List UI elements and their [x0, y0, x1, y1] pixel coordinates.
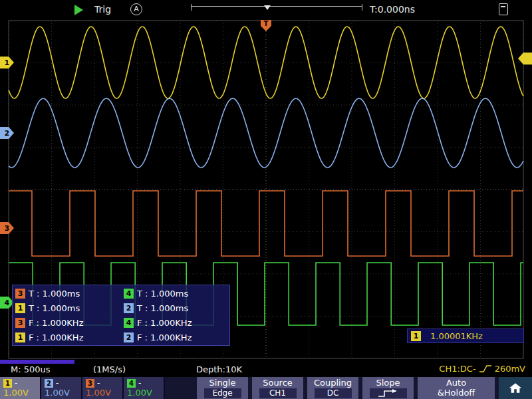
status-bar: M: 500us (1MS/s) Depth:10K CH1:DC- 260mV [0, 359, 532, 377]
trigger-time-readout: T:0.000ns [370, 4, 415, 15]
home-button[interactable] [499, 377, 532, 399]
channel-3-header: 3 - [86, 378, 119, 388]
rising-edge-icon [375, 389, 402, 398]
measurement-value: F : 1.000KHz [137, 318, 192, 328]
channel-marker-label: 4 [5, 299, 10, 307]
menu-button-source[interactable]: Source CH1 [252, 377, 303, 399]
channel-badge: 3 [15, 318, 25, 328]
measurement-cell: 3 T : 1.000ms [13, 289, 121, 299]
measurement-cell: 1 F : 1.000KHz [13, 332, 121, 342]
ruler-position-marker[interactable] [264, 5, 271, 10]
single-mode-value: Edge [204, 388, 241, 398]
measurement-cell: 4 F : 1.000KHz [121, 318, 229, 328]
channel-marker-label: 2 [5, 129, 10, 138]
trigger-level-value: 260mV [495, 364, 525, 374]
measurement-cell: 2 T : 1.000ms [121, 303, 229, 313]
channel-3-badge: 3 [86, 379, 94, 388]
measurement-row: 1 T : 1.000ms 2 T : 1.000ms [13, 301, 229, 315]
channel-1-volts: 1.00V [3, 388, 37, 398]
channel-3-cell[interactable]: 3 - 1.00V [82, 377, 124, 399]
channel-4-header: 4 - [127, 378, 160, 388]
sample-rate-readout: (1MS/s) [93, 364, 126, 374]
channel-badge: 3 [15, 289, 25, 299]
measurement-value: F : 1.000KHz [29, 332, 83, 342]
channel-2-cell[interactable]: 2 - 1.00V [41, 377, 82, 399]
measurement-value: F : 1.000KHz [137, 332, 192, 342]
menu-button-auto-holdoff[interactable]: Auto &Holdoff [418, 377, 495, 399]
measurement-value: T : 1.000ms [137, 289, 188, 299]
measurement-value: T : 1.000ms [137, 303, 188, 313]
channel-badge: 1 [411, 331, 421, 341]
trigger-position-ruler [191, 4, 362, 11]
source-value: CH1 [259, 388, 297, 398]
rising-edge-icon [479, 364, 492, 373]
menu-bar: 1 - 1.00V 2 - 1.00V 3 - 1.00V 4 - 1.00V [0, 377, 532, 399]
channel-4-coupling: - [138, 378, 141, 388]
trigger-status-readout: CH1:DC- 260mV [439, 364, 525, 374]
menu-button-coupling[interactable]: Coupling DC [307, 377, 358, 399]
coupling-value: DC [315, 388, 352, 398]
trigger-position-label: T [264, 20, 269, 27]
channel-2-badge: 2 [45, 379, 53, 388]
channel-2-header: 2 - [45, 378, 78, 388]
measurement-cell: 3 F : 1.000KHz [13, 318, 121, 328]
measurement-overlay: 3 T : 1.000ms 4 T : 1.000ms 1 T : 1.000m… [12, 285, 230, 346]
measurement-cell: 4 T : 1.000ms [121, 289, 229, 299]
auto-trigger-mode-icon: A [130, 3, 142, 15]
channel-3-coupling: - [97, 378, 100, 388]
measurement-cell: 2 F : 1.000KHz [121, 332, 229, 342]
measurement-value: F : 1.000KHz [29, 318, 83, 328]
frequency-readout: 1 1.00001KHz [407, 329, 524, 343]
oscilloscope-screen: Trig A T:0.000ns 1234T 3 T : 1.000ms 4 T… [0, 0, 532, 399]
measurement-row: 1 F : 1.000KHz 2 F : 1.000KHz [13, 330, 229, 344]
scope-display: 1234T 3 T : 1.000ms 4 T : 1.000ms 1 T : … [0, 20, 532, 359]
channel-3-volts: 1.00V [86, 388, 119, 398]
run-state-icon [74, 5, 83, 15]
measurement-row: 3 T : 1.000ms 4 T : 1.000ms [13, 286, 229, 301]
top-bar: Trig A T:0.000ns [0, 0, 532, 20]
record-position-bar [0, 360, 74, 364]
channel-1-badge: 1 [3, 379, 12, 388]
measurement-row: 3 F : 1.000KHz 4 F : 1.000KHz [13, 315, 229, 330]
timebase-readout: M: 500us [11, 364, 51, 374]
menu-button-slope[interactable]: Slope [362, 377, 414, 399]
channel-1-coupling: - [15, 378, 17, 388]
channel-badge: 4 [124, 318, 134, 328]
home-icon [508, 382, 523, 394]
channel-1-cell[interactable]: 1 - 1.00V [0, 377, 41, 399]
slope-value [370, 388, 407, 398]
channel-2-volts: 1.00V [45, 388, 78, 398]
channel-marker-label: 3 [5, 224, 10, 233]
channel-2-coupling: - [56, 378, 59, 388]
channel-4-badge: 4 [127, 379, 136, 388]
channel-4-cell[interactable]: 4 - 1.00V [124, 377, 165, 399]
trigger-source-coupling: CH1:DC- [439, 364, 475, 374]
measurement-cell: 1 T : 1.000ms [13, 303, 121, 313]
menu-button-single[interactable]: Single Edge [197, 377, 248, 399]
channel-badge: 2 [124, 303, 134, 313]
ruler-line [192, 6, 362, 7]
trigger-level-marker[interactable] [518, 53, 532, 65]
measurement-value: T : 1.000ms [29, 303, 80, 313]
trig-label: Trig [94, 4, 111, 15]
channel-1-header: 1 - [3, 378, 37, 388]
channel-4-volts: 1.00V [127, 388, 160, 398]
channel-badge: 2 [124, 332, 134, 342]
channel-badge: 4 [124, 289, 134, 299]
print-icon[interactable] [499, 3, 508, 15]
memory-depth-readout: Depth:10K [196, 364, 242, 374]
channel-badge: 1 [15, 303, 25, 313]
channel-marker-label: 1 [5, 59, 10, 67]
channel-badge: 1 [15, 332, 25, 342]
frequency-value: 1.00001KHz [430, 331, 483, 341]
measurement-value: T : 1.000ms [29, 289, 80, 299]
